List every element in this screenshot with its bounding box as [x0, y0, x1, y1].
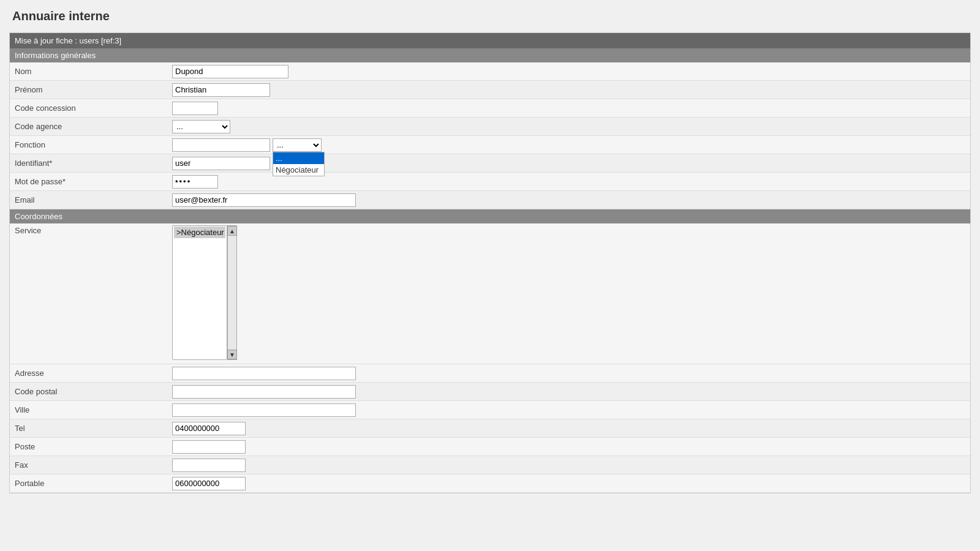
email-row: Email — [10, 191, 970, 209]
fax-field — [169, 457, 970, 474]
fonction-inputs: ... Négociateur ... Négociateur — [172, 138, 322, 152]
fax-row: Fax — [10, 456, 970, 474]
prenom-input[interactable] — [172, 83, 270, 97]
identifiant-input[interactable] — [172, 157, 270, 170]
code-concession-row: Code concession — [10, 99, 970, 118]
ville-field — [169, 402, 970, 419]
portable-input[interactable] — [172, 477, 246, 490]
fax-input[interactable] — [172, 459, 246, 472]
poste-field — [169, 438, 970, 455]
codepostal-field — [169, 383, 970, 400]
fonction-select[interactable]: ... Négociateur — [273, 138, 322, 152]
portable-field — [169, 475, 970, 492]
motpasse-row: Mot de passe* — [10, 173, 970, 191]
email-label: Email — [10, 193, 169, 207]
tel-label: Tel — [10, 421, 169, 435]
portable-label: Portable — [10, 476, 169, 490]
code-agence-field: ... Option1 Option2 — [169, 118, 970, 135]
identifiant-label: Identifiant* — [10, 156, 169, 170]
tel-row: Tel — [10, 419, 970, 438]
nom-input[interactable] — [172, 65, 288, 78]
service-field: >Négociateur ▲ ▼ — [169, 223, 970, 362]
section-header: Mise à jour fiche : users [ref:3] — [10, 33, 970, 48]
motpasse-input[interactable] — [172, 175, 218, 189]
code-concession-input[interactable] — [172, 102, 218, 115]
codepostal-row: Code postal — [10, 383, 970, 401]
portable-row: Portable — [10, 474, 970, 493]
service-row: Service >Négociateur ▲ ▼ — [10, 223, 970, 364]
nom-row: Nom — [10, 62, 970, 81]
service-listbox[interactable]: >Négociateur — [172, 225, 227, 360]
codepostal-label: Code postal — [10, 384, 169, 399]
adresse-input[interactable] — [172, 367, 356, 380]
scroll-up-button[interactable]: ▲ — [227, 226, 237, 236]
code-concession-label: Code concession — [10, 101, 169, 115]
service-label: Service — [10, 223, 169, 238]
fonction-text-input[interactable] — [172, 138, 270, 152]
form-container: Mise à jour fiche : users [ref:3] Inform… — [9, 32, 971, 493]
scroll-down-button[interactable]: ▼ — [227, 350, 237, 359]
dropdown-option-negociateur[interactable]: Négociateur — [273, 164, 324, 176]
service-option-negociateur[interactable]: >Négociateur — [174, 227, 225, 238]
email-input[interactable] — [172, 193, 356, 207]
page-wrapper: Annuaire interne Mise à jour fiche : use… — [0, 0, 980, 551]
ville-label: Ville — [10, 403, 169, 417]
fax-label: Fax — [10, 458, 169, 472]
dropdown-option-ellipsis[interactable]: ... — [273, 152, 324, 164]
fonction-dropdown-open: ... Négociateur — [273, 152, 325, 176]
code-agence-select[interactable]: ... Option1 Option2 — [172, 120, 230, 133]
code-agence-row: Code agence ... Option1 Option2 — [10, 118, 970, 136]
fonction-row: Fonction ... Négociateur ... Négociateur — [10, 136, 970, 154]
nom-field — [169, 63, 970, 80]
identifiant-row: Identifiant* — [10, 154, 970, 173]
tel-input[interactable] — [172, 422, 246, 435]
adresse-field — [169, 365, 970, 382]
poste-label: Poste — [10, 440, 169, 454]
adresse-row: Adresse — [10, 364, 970, 383]
fonction-label: Fonction — [10, 138, 169, 152]
code-agence-label: Code agence — [10, 119, 169, 133]
ville-input[interactable] — [172, 403, 356, 417]
service-scrollbar: ▲ ▼ — [227, 225, 237, 360]
page-title: Annuaire interne — [9, 9, 971, 23]
motpasse-label: Mot de passe* — [10, 174, 169, 189]
general-info-header: Informations générales — [10, 48, 970, 62]
prenom-label: Prénom — [10, 83, 169, 97]
poste-input[interactable] — [172, 440, 246, 454]
ville-row: Ville — [10, 401, 970, 419]
code-concession-field — [169, 100, 970, 117]
adresse-label: Adresse — [10, 366, 169, 380]
prenom-row: Prénom — [10, 81, 970, 99]
fonction-field: ... Négociateur ... Négociateur — [169, 137, 970, 154]
coordonnees-header: Coordonnées — [10, 209, 970, 223]
poste-row: Poste — [10, 438, 970, 456]
email-field — [169, 192, 970, 209]
nom-label: Nom — [10, 64, 169, 78]
codepostal-input[interactable] — [172, 385, 356, 399]
tel-field — [169, 420, 970, 437]
fonction-dropdown-container: ... Négociateur ... Négociateur — [273, 138, 322, 152]
service-select-wrapper: >Négociateur ▲ ▼ — [172, 225, 967, 360]
scroll-track — [228, 236, 236, 350]
prenom-field — [169, 81, 970, 99]
